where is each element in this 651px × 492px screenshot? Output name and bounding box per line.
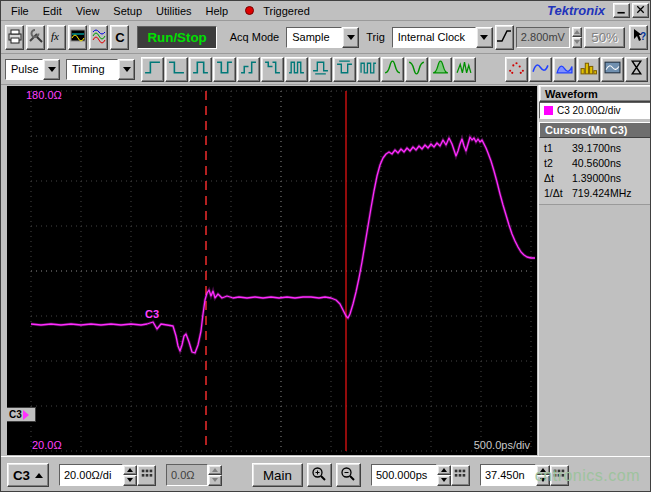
signal-class-dropdown-button[interactable] [43,59,60,80]
cursor-readout-row: 1/Δt719.424MHz [539,185,651,200]
pulse-train-button[interactable] [357,57,380,82]
readout-label: t2 [544,157,572,169]
menu-item-help[interactable]: Help [199,2,236,20]
spin-down-icon[interactable] [123,475,137,486]
waveform-display[interactable]: 180.0Ω 20.0Ω 500.0ps/div C3 C3 [7,86,537,455]
acq-mode-value: Sample [286,27,342,48]
channel-reference-marker[interactable]: C3 [7,407,36,422]
waveform-panel-header: Waveform [539,85,651,102]
peak-area-button[interactable] [429,57,452,82]
print-button[interactable] [5,25,24,50]
main-area: 180.0Ω 20.0Ω 500.0ps/div C3 C3 Waveform … [1,85,651,456]
cursor-readouts: t139.1700nst240.5600nsΔt1.39000ns1/Δt719… [539,138,651,205]
horizontal-scale-field[interactable]: 500.000ps [371,464,437,486]
spin-up-icon[interactable] [437,465,451,476]
histogram-icon [580,59,597,79]
horizontal-scale-spinner[interactable] [437,465,451,486]
spin-up-icon[interactable] [572,27,582,38]
pos-duty-button[interactable] [309,57,332,82]
display-mode-icons [505,57,648,82]
horizontal-position-field[interactable]: 37.450n [480,464,536,486]
set-50-percent-button[interactable]: 50% [584,27,625,48]
menu-items: FileEditViewSetupUtilitiesHelp [4,2,235,20]
trig-level-field[interactable]: 2.800mV [516,27,570,48]
context-help-button[interactable]: ? [629,25,648,50]
trigger-status: Triggered [259,5,314,17]
acq-mode-select[interactable]: Sample [286,27,359,48]
fall-time-button[interactable] [165,57,188,82]
display-setup-button[interactable] [68,25,87,50]
vertical-scale-field[interactable]: 20.00Ω/di [59,464,123,486]
color-setup-button[interactable] [89,25,108,50]
spin-up-icon[interactable] [123,465,137,476]
trig-level-spinner[interactable] [572,27,582,48]
setup-tools-button[interactable] [26,25,45,50]
vector-wave-button[interactable] [529,57,552,82]
horizontal-scale-keypad-button[interactable] [451,465,470,486]
signal-class-value: Pulse [5,59,43,80]
persistence-dots-button[interactable] [505,57,528,82]
neg-pulse-width-icon [216,59,233,79]
spin-down-icon[interactable] [437,475,451,486]
trig-source-value: Internal Clock [392,27,476,48]
neg-glitch-button[interactable] [405,57,428,82]
channel-list-item[interactable]: C3 20.00Ω/div [539,102,651,119]
period-button[interactable] [285,57,308,82]
trig-label: Trig [366,31,385,43]
math-button[interactable]: fx [47,25,66,50]
printer-icon [7,28,23,47]
menu-item-view[interactable]: View [69,2,107,20]
acq-mode-dropdown-button[interactable] [342,27,359,48]
run-stop-button[interactable]: Run/Stop [137,26,216,49]
fall-delay-button[interactable] [261,57,284,82]
pos-pulse-width-button[interactable] [189,57,212,82]
burst-button[interactable] [453,57,476,82]
envelope-wave-button[interactable] [553,57,576,82]
keypad-icon [453,467,467,484]
minimize-icon [615,3,628,19]
oscilloscope-window: FileEditViewSetupUtilitiesHelp Triggered… [0,0,651,492]
tektronix-logo: Tektronix [547,3,611,18]
signal-class-select[interactable]: Pulse [5,59,60,80]
neg-duty-icon [336,59,353,79]
menu-item-utilities[interactable]: Utilities [149,2,198,20]
vertical-scale-keypad-button[interactable] [137,465,156,486]
histogram-button[interactable] [577,57,600,82]
chevron-up-icon [35,469,43,478]
pos-pulse-width-icon [192,59,209,79]
persistence-dots-icon [508,59,525,79]
main-timebase-button[interactable]: Main [252,463,303,487]
waveform-database-button[interactable] [601,57,624,82]
measure-group-select[interactable]: Timing [66,59,135,80]
clear-button[interactable]: C [110,25,129,50]
scope-graticule [7,86,537,455]
close-button[interactable] [632,3,649,18]
chevron-down-icon [347,35,355,44]
vertical-offset-field: 0.0Ω [166,464,208,486]
neg-pulse-width-button[interactable] [213,57,236,82]
measure-group-dropdown-button[interactable] [118,59,135,80]
readout-value: 39.1700ns [572,142,621,154]
neg-duty-button[interactable] [333,57,356,82]
readout-value: 40.5600ns [572,157,621,169]
zoom-out-button[interactable] [336,463,361,487]
trig-source-select[interactable]: Internal Clock [392,27,493,48]
channel-select-label: C3 [13,468,30,483]
rise-time-button[interactable] [141,57,164,82]
pos-glitch-button[interactable] [381,57,404,82]
waveform-database-icon [604,59,621,79]
readout-label: Δt [544,172,572,184]
trig-slope-button[interactable] [495,25,514,50]
minimize-button[interactable] [613,3,630,18]
vertical-scale-spinner[interactable] [123,465,137,486]
trig-dropdown-button[interactable] [476,27,493,48]
rise-delay-button[interactable] [237,57,260,82]
channel-select-button[interactable]: C3 [7,463,49,487]
menu-item-edit[interactable]: Edit [36,2,69,20]
acq-hourglass-button[interactable] [625,57,648,82]
spin-down-icon[interactable] [572,37,582,48]
readout-label: t1 [544,142,572,154]
menu-item-file[interactable]: File [4,2,36,20]
zoom-in-button[interactable] [307,463,332,487]
menu-item-setup[interactable]: Setup [106,2,149,20]
